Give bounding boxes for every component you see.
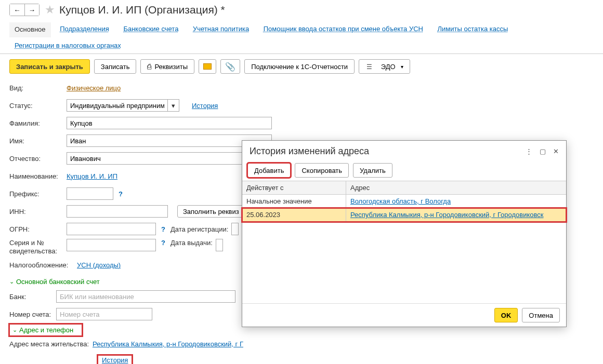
fam-label: Фамилия: (9, 119, 67, 127)
dialog-close-icon[interactable]: ✕ (553, 147, 559, 155)
ogrn-input[interactable] (67, 223, 156, 235)
tax-label: Налогообложение: (9, 261, 77, 269)
prefix-label: Префикс: (9, 190, 67, 198)
connect-1c-button[interactable]: Подключение к 1С-Отчетности (244, 59, 355, 74)
mail-icon (203, 63, 212, 70)
tab-main[interactable]: Основное (9, 22, 51, 39)
ogrn-label: ОГРН: (9, 225, 67, 233)
tab-usn-helper[interactable]: Помощник ввода остатков при смене объект… (258, 22, 428, 37)
table-row: Начальное значение Вологодская область, … (242, 195, 566, 208)
requisites-button[interactable]: Реквизиты (140, 59, 194, 74)
dialog-more-icon[interactable]: ⋮ (526, 147, 532, 155)
back-button[interactable]: ← (10, 4, 24, 16)
nav-button-group: ← → (9, 4, 40, 16)
cell-addr-selected[interactable]: Республика Калмыкия, р-н Городовиковский… (350, 211, 544, 219)
ogrn-help-icon[interactable]: ? (161, 225, 165, 233)
residence-addr-link[interactable]: Республика Калмыкия, р-н Городовиковский… (93, 340, 243, 348)
attach-button[interactable]: 📎 (220, 59, 240, 74)
fill-requisites-button[interactable]: Заполнить реквиз (177, 205, 245, 218)
reg-date-label: Дата регистрации: (171, 225, 228, 233)
address-section-toggle[interactable]: ⌄ Адрес и телефон (9, 324, 82, 336)
fullname-link[interactable]: Купцов И. И. ИП (67, 172, 117, 180)
firstname-input[interactable] (67, 134, 272, 147)
chevron-down-icon: ⌄ (9, 278, 14, 285)
vid-value[interactable]: Физическое лицо (67, 84, 121, 92)
chevron-down-icon: ⌄ (12, 327, 17, 333)
save-button[interactable]: Записать (94, 59, 137, 74)
edo-label: ЭДО (381, 63, 396, 71)
tab-bank-accounts[interactable]: Банковские счета (118, 22, 183, 37)
serial-input[interactable] (67, 239, 156, 251)
ok-button[interactable]: OK (494, 308, 518, 322)
dialog-maximize-icon[interactable]: ▢ (540, 147, 546, 155)
bank-label: Банк: (9, 293, 56, 301)
serial-label: Серия и № свидетельства: (9, 239, 67, 255)
delete-button[interactable]: Удалить (353, 163, 392, 178)
print-icon (147, 62, 151, 71)
reg-date-input[interactable] (231, 223, 239, 235)
issue-date-label: Дата выдачи: (171, 239, 213, 247)
address-history-dialog: История изменений адреса ⋮ ▢ ✕ Добавить … (242, 140, 567, 327)
account-input[interactable] (56, 308, 152, 320)
acc-label: Номер счета: (9, 311, 56, 318)
chevron-down-icon: ▾ (172, 102, 175, 110)
tab-cash-limits[interactable]: Лимиты остатка кассы (432, 22, 514, 37)
inn-input[interactable] (67, 205, 168, 218)
favorite-star-icon[interactable]: ★ (45, 3, 55, 17)
cell-date-selected[interactable]: 25.06.2023 (242, 208, 346, 221)
vid-label: Вид: (9, 84, 67, 92)
inn-label: ИНН: (9, 208, 67, 215)
add-button[interactable]: Добавить (247, 163, 291, 178)
prefix-input[interactable] (67, 187, 113, 200)
status-select[interactable] (67, 99, 168, 112)
name-label: Имя: (9, 137, 67, 145)
status-label: Статус: (9, 102, 67, 110)
requisites-label: Реквизиты (154, 63, 188, 71)
tax-value-link[interactable]: УСН (доходы) (77, 261, 121, 269)
status-history-link[interactable]: История (192, 102, 218, 110)
page-title: Купцов И. И. ИП (Организация) * (59, 4, 225, 16)
mail-button[interactable] (199, 59, 216, 74)
dialog-title: История изменений адреса (250, 146, 526, 157)
status-dropdown-button[interactable]: ▾ (168, 99, 179, 112)
th-date: Действует с (242, 181, 346, 194)
edo-icon (365, 63, 373, 71)
cell-addr-initial[interactable]: Вологодская область, г Вологда (350, 197, 451, 205)
save-and-close-button[interactable]: Записать и закрыть (9, 59, 90, 74)
cancel-button[interactable]: Отмена (522, 308, 560, 322)
full-label: Наименование: (9, 172, 67, 180)
tab-divisions[interactable]: Подразделения (55, 22, 114, 37)
tab-policy[interactable]: Учетная политика (188, 22, 254, 37)
patr-label: Отчество: (9, 155, 67, 163)
tab-tax-reg[interactable]: Регистрации в налоговых органах (9, 38, 126, 53)
dropdown-caret-icon: ▾ (401, 64, 403, 70)
toolbar: Записать и закрыть Записать Реквизиты 📎 … (0, 54, 603, 79)
attach-icon: 📎 (225, 62, 235, 72)
surname-input[interactable] (67, 117, 272, 129)
address-history-link[interactable]: История (102, 356, 128, 364)
edo-button[interactable]: ЭДО▾ (359, 59, 410, 74)
copy-button[interactable]: Скопировать (295, 163, 349, 178)
serial-help-icon[interactable]: ? (161, 239, 165, 247)
th-address: Адрес (346, 181, 566, 194)
issue-date-input[interactable] (216, 239, 223, 251)
bank-input[interactable] (56, 290, 235, 303)
bank-section-label: Основной банковский счет (16, 278, 100, 286)
forward-button[interactable]: → (24, 4, 39, 16)
table-row-selected: 25.06.2023 Республика Калмыкия, р-н Горо… (242, 208, 566, 222)
prefix-help-icon[interactable]: ? (119, 190, 123, 198)
cell-date-initial: Начальное значение (242, 195, 346, 208)
tab-bar: Основное Подразделения Банковские счета … (0, 20, 603, 54)
residence-addr-label: Адрес места жительства: (9, 340, 93, 348)
address-section-label: Адрес и телефон (19, 326, 73, 334)
patronymic-input[interactable] (67, 152, 272, 165)
history-table: Действует с Адрес Начальное значение Вол… (242, 181, 566, 303)
